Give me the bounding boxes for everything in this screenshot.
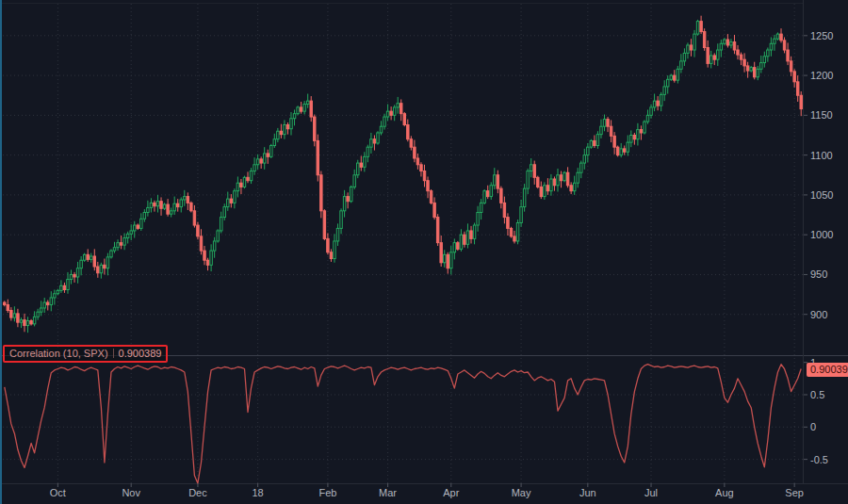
- indicator-value: 0.900389: [119, 348, 162, 359]
- price-axis[interactable]: [804, 0, 848, 483]
- correlation-last-value-badge: 0.90039: [807, 363, 848, 377]
- time-axis[interactable]: [0, 483, 848, 504]
- trading-chart-window: 12501200115011001050100095090010.50-0.5O…: [0, 0, 848, 504]
- indicator-title: Correlation (10, SPX): [9, 348, 108, 359]
- correlation-pane[interactable]: [0, 356, 803, 483]
- indicator-separator: [113, 349, 114, 358]
- indicator-legend[interactable]: Correlation (10, SPX) 0.900389: [3, 345, 168, 363]
- main-candlestick-pane[interactable]: [0, 0, 803, 355]
